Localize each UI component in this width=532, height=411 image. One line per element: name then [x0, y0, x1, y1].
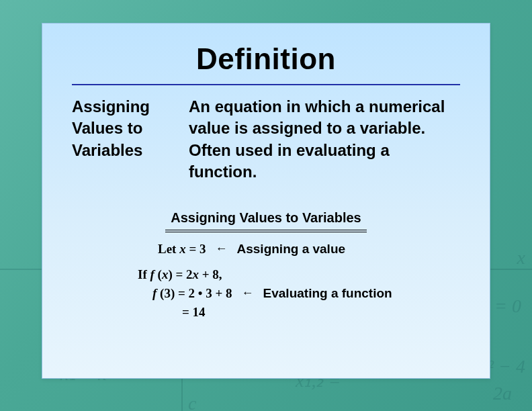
fx-f: f — [150, 267, 157, 281]
fx-rhs-var: x — [193, 267, 200, 281]
let-line: Let x = 3 ← Assigning a value — [122, 242, 410, 257]
example-block: Assigning Values to Variables Let x = 3 … — [122, 210, 410, 320]
fx-var: x — [162, 267, 169, 281]
if-line: If f (x) = 2x + 8, — [122, 267, 410, 282]
bg-formula: x — [517, 247, 525, 269]
let-var: x — [179, 242, 186, 256]
f3-text: f (3) = 2 • 3 + 8 — [152, 286, 232, 301]
bg-formula: 2a — [493, 383, 512, 404]
card-title: Definition — [72, 36, 460, 85]
let-rest: = 3 — [186, 242, 206, 256]
f3-arg: (3) — [160, 286, 175, 300]
let-prefix: Let — [158, 242, 179, 256]
fx-rhs-a: = 2 — [173, 267, 193, 281]
result-line: = 14 — [122, 305, 410, 320]
example-heading: Assigning Values to Variables — [122, 210, 410, 228]
heading-underline — [165, 230, 367, 232]
fx-rhs-b: + 8, — [199, 267, 222, 281]
f3-rhs: = 2 • 3 + 8 — [175, 286, 232, 300]
f3-line: f (3) = 2 • 3 + 8 ← Evaluating a functio… — [122, 286, 410, 301]
definition-card: Definition Assigning Values to Variables… — [42, 23, 490, 379]
arrow-left-icon: ← — [242, 286, 254, 300]
let-label: Assigning a value — [237, 242, 346, 257]
if-prefix: If — [138, 267, 150, 281]
f3-label: Evaluating a function — [263, 286, 392, 301]
definition-row: Assigning Values to Variables An equatio… — [72, 96, 460, 183]
arrow-left-icon: ← — [216, 242, 228, 256]
f3-f: f — [152, 286, 160, 300]
definition-term: Assigning Values to Variables — [72, 96, 173, 183]
let-text: Let x = 3 — [158, 242, 206, 257]
if-text: If f (x) = 2x + 8, — [138, 267, 222, 282]
result-text: = 14 — [182, 305, 206, 320]
definition-meaning: An equation in which a numerical value i… — [189, 96, 460, 183]
bg-formula: c — [188, 393, 196, 411]
